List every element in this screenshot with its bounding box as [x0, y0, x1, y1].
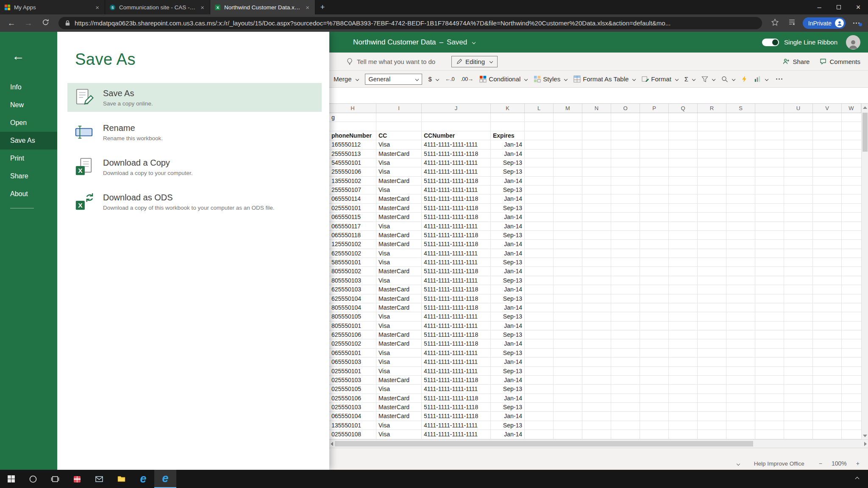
- cell[interactable]: [525, 322, 861, 330]
- cell-ccnumber[interactable]: 4111-1111-1111-1111: [422, 222, 491, 230]
- cell-ccnumber[interactable]: 4111-1111-1111-1111: [422, 158, 491, 167]
- cell[interactable]: [422, 113, 491, 122]
- cell-phone[interactable]: 255550113: [329, 150, 376, 158]
- autosum-button[interactable]: Σ: [684, 75, 695, 83]
- zoom-out-button[interactable]: −: [819, 460, 822, 467]
- cell-expires[interactable]: Jan-14: [491, 322, 525, 330]
- sheet-options-chevron[interactable]: [737, 462, 740, 466]
- cell-expires[interactable]: Sep-13: [491, 349, 525, 357]
- cell-cc[interactable]: MasterCard: [376, 403, 422, 411]
- cell[interactable]: [525, 376, 861, 384]
- cell[interactable]: [525, 122, 861, 130]
- cell-cc[interactable]: Visa: [376, 312, 422, 321]
- cell-cc[interactable]: Visa: [376, 140, 422, 149]
- find-button[interactable]: [721, 76, 735, 83]
- task-view-button[interactable]: [44, 470, 66, 488]
- cell-cc[interactable]: MasterCard: [376, 194, 422, 203]
- cell-ccnumber[interactable]: 5111-1111-1111-1118: [422, 231, 491, 239]
- forward-button[interactable]: →: [22, 19, 35, 28]
- cell-ccnumber[interactable]: 5111-1111-1111-1118: [422, 339, 491, 348]
- cell[interactable]: [525, 131, 861, 140]
- tab-close-button[interactable]: ×: [304, 4, 311, 11]
- cell-cc[interactable]: Visa: [376, 158, 422, 167]
- cell-ccnumber[interactable]: 5111-1111-1111-1118: [422, 412, 491, 420]
- cell-cc[interactable]: MasterCard: [376, 339, 422, 348]
- decrease-decimal-button[interactable]: .00→: [461, 76, 473, 82]
- cell-phone[interactable]: 125550102: [329, 240, 376, 248]
- store-button[interactable]: [66, 470, 88, 488]
- address-bar[interactable]: https://mdatpqa0623b.sharepoint.com.us3.…: [58, 17, 762, 29]
- cell-expires[interactable]: Sep-13: [491, 294, 525, 303]
- scroll-right-button[interactable]: [864, 442, 867, 446]
- cell-phone[interactable]: 025550108: [329, 430, 376, 438]
- cell-cc[interactable]: Visa: [376, 167, 422, 176]
- edge-button[interactable]: e: [132, 470, 154, 488]
- favorites-bar-button[interactable]: [786, 19, 798, 28]
- column-header[interactable]: J: [422, 104, 491, 113]
- cell-ccnumber[interactable]: 5111-1111-1111-1118: [422, 194, 491, 203]
- cell[interactable]: [525, 303, 861, 312]
- cell-ccnumber[interactable]: 4111-1111-1111-1111: [422, 186, 491, 194]
- cell-expires[interactable]: Jan-14: [491, 339, 525, 348]
- cell-expires[interactable]: Sep-13: [491, 330, 525, 339]
- cell-phone[interactable]: 065550114: [329, 194, 376, 203]
- horizontal-scroll-thumb[interactable]: [335, 441, 753, 446]
- sidebar-item-print[interactable]: Print: [0, 150, 57, 167]
- cell-expires[interactable]: Jan-14: [491, 177, 525, 185]
- cell[interactable]: [525, 394, 861, 402]
- cell-phone[interactable]: 065550115: [329, 213, 376, 221]
- scroll-down-button[interactable]: [862, 432, 868, 439]
- single-line-ribbon-toggle[interactable]: [762, 39, 779, 46]
- tab-close-button[interactable]: ×: [199, 4, 206, 11]
- horizontal-scrollbar[interactable]: [329, 439, 868, 448]
- cell-expires[interactable]: Sep-13: [491, 385, 525, 393]
- cell-phone[interactable]: 025550103: [329, 403, 376, 411]
- cell[interactable]: [525, 312, 861, 321]
- cell-expires[interactable]: Sep-13: [491, 421, 525, 430]
- cell-cc-header[interactable]: CC: [376, 131, 422, 140]
- cell[interactable]: [525, 430, 861, 438]
- saved-status[interactable]: Saved: [447, 38, 467, 47]
- spreadsheet-grid[interactable]: g phoneNumber C: [329, 113, 861, 439]
- cell[interactable]: [525, 113, 861, 122]
- analyze-data-button[interactable]: [754, 75, 768, 83]
- cell[interactable]: [525, 285, 861, 294]
- cell-expires[interactable]: Jan-14: [491, 222, 525, 230]
- cell-ccnumber[interactable]: 4111-1111-1111-1111: [422, 249, 491, 258]
- cell-phone[interactable]: 805550103: [329, 276, 376, 285]
- cell[interactable]: [329, 122, 376, 130]
- cell-cc[interactable]: Visa: [376, 358, 422, 366]
- cell-cc[interactable]: MasterCard: [376, 294, 422, 303]
- sidebar-item-open[interactable]: Open: [0, 114, 57, 132]
- column-header[interactable]: P: [640, 104, 669, 113]
- cell[interactable]: [525, 258, 861, 266]
- sidebar-item-info[interactable]: Info: [0, 78, 57, 96]
- cell[interactable]: [422, 122, 491, 130]
- cell[interactable]: [376, 113, 422, 122]
- sidebar-item-new[interactable]: New: [0, 96, 57, 114]
- cell-ccnumber[interactable]: 5111-1111-1111-1118: [422, 177, 491, 185]
- column-header[interactable]: O: [611, 104, 640, 113]
- cell-ccnumber[interactable]: 5111-1111-1111-1118: [422, 394, 491, 402]
- conditional-formatting-button[interactable]: Conditional: [479, 75, 527, 83]
- refresh-button[interactable]: [39, 19, 52, 28]
- cell-expires[interactable]: Jan-14: [491, 213, 525, 221]
- sidebar-item-about[interactable]: About: [0, 185, 57, 203]
- start-button[interactable]: [0, 470, 22, 488]
- more-menu-button[interactable]: [850, 22, 863, 24]
- cell-ccnumber[interactable]: 5111-1111-1111-1118: [422, 204, 491, 212]
- sidebar-item-save-as[interactable]: Save As: [0, 132, 57, 150]
- cell-phone[interactable]: 065550103: [329, 358, 376, 366]
- cell-ccnumber[interactable]: 4111-1111-1111-1111: [422, 140, 491, 149]
- cell-phone[interactable]: 025550101: [329, 367, 376, 375]
- cell-phone[interactable]: 065550104: [329, 412, 376, 420]
- cell[interactable]: [525, 213, 861, 221]
- cell[interactable]: [525, 140, 861, 149]
- cell[interactable]: [525, 276, 861, 285]
- cell-phone[interactable]: 065550117: [329, 222, 376, 230]
- cell[interactable]: [525, 294, 861, 303]
- cell-styles-button[interactable]: Styles: [534, 75, 567, 83]
- cell-ccnumber[interactable]: 5111-1111-1111-1118: [422, 403, 491, 411]
- cell-expires[interactable]: Jan-14: [491, 358, 525, 366]
- cell-ccnumber-header[interactable]: CCNumber: [422, 131, 491, 140]
